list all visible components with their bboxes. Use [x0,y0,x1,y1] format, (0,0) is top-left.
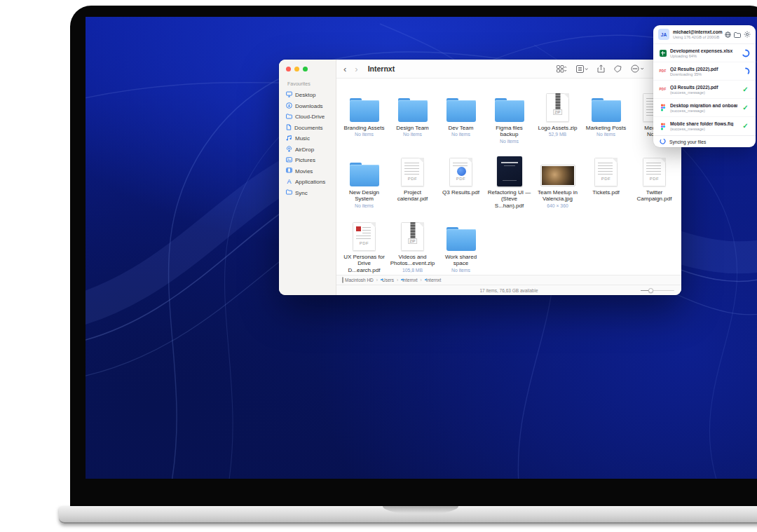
popup-header-icons [725,28,751,41]
sync-item-status: (success_message) [670,109,737,113]
finder-main: ‹ › Internxt [336,60,681,295]
group-view-icon[interactable] [576,65,588,73]
sidebar-item-label: Sync [295,190,308,196]
folder-icon [397,98,429,122]
file-label: Team Meetup in Valencia.jpg [535,189,581,203]
pdf-file-icon: PDF [643,158,666,186]
path-segment[interactable]: Internxt [425,278,442,282]
file-item[interactable]: Branding AssetsNo items [340,90,388,154]
sidebar-item-label: AirDrop [295,146,314,153]
close-window-button[interactable] [286,67,291,71]
sidebar-item-applications[interactable]: AApplications [286,177,336,188]
drive-icon [342,278,343,282]
sidebar-item-label: Movies [295,168,313,175]
finder-toolbar: ‹ › Internxt [336,60,681,79]
file-label: UX Personas for Drive D...earch.pdf [341,254,388,273]
file-item[interactable]: PDFTwitter Campaign.pdf [630,154,678,219]
sidebar-item-airdrop[interactable]: AirDrop [286,144,336,156]
file-item[interactable]: PDFUX Personas for Drive D...earch.pdf [340,219,388,275]
sidebar-section-label: Favourites [287,81,336,86]
sidebar-item-desktop[interactable]: Desktop [286,90,336,101]
share-icon[interactable] [597,64,605,73]
account-email: michael@internxt.com [673,29,721,34]
file-item[interactable]: Design TeamNo items [388,90,437,154]
file-item[interactable]: Work shared spaceNo items [437,219,485,275]
file-label: Dev Team [449,125,474,131]
sidebar-item-label: Desktop [295,92,315,98]
sidebar-item-cloud-drive[interactable]: Cloud-Drive [286,111,336,123]
file-label: Design Team [396,125,429,131]
pdf-file-icon: PDF [353,222,376,251]
file-item[interactable]: New Design SystemNo items [340,154,388,219]
file-item[interactable]: ZIPVideos and Photos...event.zip105,8 MB [388,219,437,275]
pdf-file-icon: PDF [594,158,618,186]
folder-icon [493,98,526,122]
zip-file-icon: ZIP [401,222,424,251]
sidebar-item-pictures[interactable]: Pictures [286,155,336,166]
document-icon [286,124,292,132]
file-info: No items [451,268,470,273]
forward-icon[interactable]: › [355,64,357,74]
file-item[interactable]: Refactoring UI — (Steve S...han).pdf [485,154,533,219]
globe-icon[interactable] [725,28,731,41]
path-separator: › [397,278,398,282]
pdf-file-icon: PDF [660,88,667,91]
sidebar-item-label: Pictures [295,157,315,163]
folder-icon [348,163,381,186]
folder-icon[interactable] [734,28,741,41]
file-item[interactable]: PDFTickets.pdf [582,154,630,219]
sync-spinner-icon [660,138,666,145]
pdf-file-icon: PDF [449,158,472,186]
tag-icon[interactable] [614,65,622,73]
sync-item-row[interactable]: PDFQ3 Results (2022).pdf(success_message… [653,81,756,99]
path-separator: › [376,278,378,282]
icon-size-slider[interactable] [641,287,674,293]
zoom-window-button[interactable] [303,67,308,71]
file-item[interactable]: PDFQ3 Results.pdf [437,154,485,219]
back-icon[interactable]: ‹ [343,64,346,74]
minimize-window-button[interactable] [294,67,299,71]
sync-item-row[interactable]: PDFQ2 Results (2022).pdfDownloading 35% [653,62,756,81]
path-segment-label: Macintosh HD [345,278,374,282]
file-label: Q3 Results.pdf [442,189,479,196]
sidebar-item-movies[interactable]: Movies [286,166,336,177]
movies-icon [286,168,292,175]
sync-item-name: Development expenses.xlsx [670,48,737,53]
sidebar-item-sync[interactable]: Sync [286,188,336,199]
file-item[interactable]: Figma files backupNo items [485,90,533,154]
file-item[interactable]: Dev TeamNo items [437,90,485,154]
sidebar-item-documents[interactable]: Documents [286,123,336,134]
path-segment-label: Users [382,278,394,282]
folder-icon [590,98,622,122]
desktop-icon [286,91,292,99]
path-segment[interactable]: Users [381,278,394,282]
excel-file-icon [660,50,667,57]
file-label: Branding Assets [344,125,385,131]
sync-item-row[interactable]: Mobile share folder flows.fig(success_me… [653,117,756,135]
sidebar-item-downloads[interactable]: Downloads [286,101,336,112]
file-info: No items [596,132,615,137]
pdf-file-icon: PDF [660,69,667,73]
icon-view-icon[interactable] [557,65,567,73]
folder-icon [445,98,477,122]
actions-icon[interactable] [631,64,644,73]
traffic-lights [286,67,336,71]
progress-ring [742,67,750,76]
svg-text:A: A [287,178,291,184]
gear-icon[interactable] [744,28,751,41]
status-text: 17 items, 76,63 GB available [479,288,538,293]
path-segment[interactable]: internxt [401,278,417,282]
file-item[interactable]: Marketing PostsNo items [582,90,630,154]
sidebar-item-label: Documents [294,125,322,131]
file-item[interactable]: Team Meetup in Valencia.jpg640 × 360 [533,154,582,219]
zip-file-icon: ZIP [546,93,569,122]
file-info: No items [500,139,519,144]
sync-item-row[interactable]: Desktop migration and onboardi...(succes… [653,99,756,117]
laptop-base [59,506,757,524]
slider-knob[interactable] [648,288,653,293]
file-item[interactable]: ZIPLogo Assets.zip52,9 MB [533,90,582,154]
file-item[interactable]: PDFProject calendar.pdf [388,154,437,219]
sidebar-item-music[interactable]: Music [286,133,336,144]
path-segment[interactable]: Macintosh HD [342,278,374,282]
sync-item-row[interactable]: Development expenses.xlsxUploading 64% [653,44,756,62]
